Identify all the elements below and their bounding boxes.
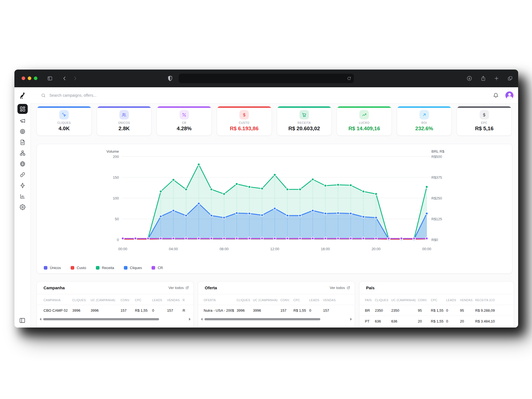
table-cell: R: [183, 308, 193, 313]
share-icon[interactable]: [480, 76, 486, 81]
column-header[interactable]: CONV.: [418, 298, 431, 302]
column-header[interactable]: CPC: [431, 298, 446, 302]
table-cell: 0: [446, 319, 460, 323]
kpi-card-custo[interactable]: CUSTOR$ 6.193,86: [217, 106, 272, 136]
reload-icon[interactable]: [347, 76, 351, 81]
back-icon[interactable]: [62, 76, 67, 81]
sidebar-item-links[interactable]: [17, 170, 28, 179]
scrollbar-thumb[interactable]: [204, 318, 320, 320]
bell-icon[interactable]: [493, 93, 499, 98]
legend-item-custo[interactable]: Custo: [71, 266, 86, 270]
ver-todos-label: Ver todos: [168, 286, 184, 290]
svg-text:08:00: 08:00: [219, 247, 229, 251]
column-header[interactable]: CLIQUES: [237, 298, 253, 302]
new-tab-icon[interactable]: [494, 76, 499, 81]
table-row[interactable]: BR2350235095R$ 1,55095R$ 9.288,09: [359, 305, 514, 316]
column-header[interactable]: UC (CAMPANHA): [253, 298, 280, 302]
table-cell: 0: [446, 308, 460, 313]
kpi-card-cr[interactable]: CR4.28%: [157, 106, 212, 136]
column-header[interactable]: CONV.: [121, 298, 135, 302]
address-bar[interactable]: [179, 74, 354, 83]
sidebar-item-integrations[interactable]: [17, 181, 28, 190]
column-header[interactable]: UC (CAMPANHA): [391, 298, 418, 302]
scroll-left-arrow[interactable]: [201, 318, 203, 321]
browser-window: CLIQUES4.0KÚNICOS2.8KCR4.28%CUSTOR$ 6.19…: [14, 70, 518, 328]
column-header[interactable]: VENDAS: [460, 298, 475, 302]
svg-text:R$375: R$375: [431, 175, 442, 180]
search-input[interactable]: [49, 93, 493, 98]
column-header[interactable]: VENDAS: [323, 298, 340, 302]
ver-todos-label: Ver todos: [330, 286, 345, 290]
column-header[interactable]: OFERTA: [204, 298, 237, 302]
table-row[interactable]: Nutra - USA - 200$39963996157R$ 1,550157: [198, 305, 355, 316]
sidebar-toggle-icon[interactable]: [47, 76, 53, 81]
column-header[interactable]: UC (CAMPANHA): [91, 298, 121, 302]
scroll-right-arrow[interactable]: [189, 318, 191, 321]
traffic-light-zoom[interactable]: [34, 76, 37, 80]
legend-item-receita[interactable]: Receita: [96, 266, 114, 270]
kpi-label: RECEITA: [298, 121, 311, 124]
table-row[interactable]: CBO CAMP 0239963996157R$ 1,550157R: [37, 305, 193, 316]
table-row[interactable]: PT63663620R$ 1,55020R$ 3.484,10: [359, 316, 514, 326]
kpi-card-únicos[interactable]: ÚNICOS2.8K: [97, 106, 152, 136]
column-header[interactable]: RECEITA (CO: [475, 298, 514, 302]
ver-todos-link[interactable]: Ver todos: [330, 286, 350, 290]
traffic-chart[interactable]: 0R$050R$125100R$250150R$375200R$500Volum…: [37, 146, 512, 259]
column-header[interactable]: R: [183, 298, 193, 302]
tab-overview-icon[interactable]: [507, 76, 513, 81]
table-header-row: CAMPANHACLIQUESUC (CAMPANHA)CONV.CPCLEAD…: [37, 295, 193, 305]
scrollbar-track[interactable]: [43, 318, 188, 320]
scrollbar-thumb[interactable]: [43, 318, 159, 320]
column-header[interactable]: CLIQUES: [375, 298, 391, 302]
column-header[interactable]: CPC: [135, 298, 152, 302]
sidebar-item-landers[interactable]: [17, 138, 28, 146]
sidebar-item-dashboard[interactable]: [17, 104, 28, 114]
kpi-card-receita[interactable]: RECEITAR$ 20.603,02: [277, 106, 332, 136]
svg-text:20:00: 20:00: [372, 247, 381, 251]
screenshot-stage: CLIQUES4.0KÚNICOS2.8KCR4.28%CUSTOR$ 6.19…: [0, 0, 532, 399]
legend-item-únicos[interactable]: Únicos: [44, 266, 61, 270]
kpi-label: CLIQUES: [57, 121, 71, 124]
kpi-card-roi[interactable]: ROI232.6%: [397, 106, 452, 136]
kpi-card-epc[interactable]: EPCR$ 5,16: [457, 106, 512, 136]
column-header[interactable]: VENDAS: [167, 298, 183, 302]
kpi-card-cliques[interactable]: CLIQUES4.0K: [37, 106, 92, 136]
dollar-icon: [480, 110, 489, 119]
svg-text:200: 200: [113, 155, 119, 159]
column-header[interactable]: CONV.: [280, 298, 293, 302]
table-cell: 20: [418, 319, 431, 323]
sidebar-item-domains[interactable]: [17, 160, 28, 168]
sidebar-item-campaigns[interactable]: [17, 116, 28, 125]
kpi-card-lucro[interactable]: LUCROR$ 14.409,16: [337, 106, 392, 136]
download-icon[interactable]: [467, 76, 472, 81]
panel-left-icon[interactable]: [19, 317, 25, 324]
column-header[interactable]: CAMPANHA: [44, 298, 72, 302]
scroll-right-arrow[interactable]: [350, 318, 352, 321]
forward-icon[interactable]: [72, 76, 78, 81]
legend-item-cliques[interactable]: Cliques: [124, 266, 142, 270]
dog-logo[interactable]: [19, 92, 26, 99]
sidebar-nav: [14, 104, 30, 211]
sidebar-item-reports[interactable]: [17, 192, 28, 200]
column-header[interactable]: CLIQUES: [72, 298, 91, 302]
table-cell: Nutra - USA - 200$: [204, 308, 237, 313]
column-header[interactable]: CPC: [293, 298, 309, 302]
sidebar-item-offers[interactable]: [17, 127, 28, 135]
sidebar-item-flows[interactable]: [17, 149, 28, 157]
scrollbar-track[interactable]: [204, 318, 349, 320]
traffic-light-minimize[interactable]: [28, 76, 31, 80]
sidebar-item-settings[interactable]: [17, 203, 28, 211]
horizontal-scrollbar[interactable]: [40, 317, 191, 321]
column-header[interactable]: PAÍS: [365, 298, 375, 302]
table-cell: 95: [418, 308, 431, 313]
legend-item-cr[interactable]: CR: [152, 266, 163, 270]
column-header[interactable]: LEADS: [309, 298, 323, 302]
column-header[interactable]: LEADS: [446, 298, 460, 302]
horizontal-scrollbar[interactable]: [201, 317, 352, 321]
scroll-left-arrow[interactable]: [40, 318, 41, 321]
traffic-light-close[interactable]: [22, 76, 25, 80]
column-header[interactable]: LEADS: [152, 298, 167, 302]
ver-todos-link[interactable]: Ver todos: [168, 286, 189, 290]
shield-icon[interactable]: [167, 75, 173, 81]
avatar[interactable]: [505, 91, 513, 99]
